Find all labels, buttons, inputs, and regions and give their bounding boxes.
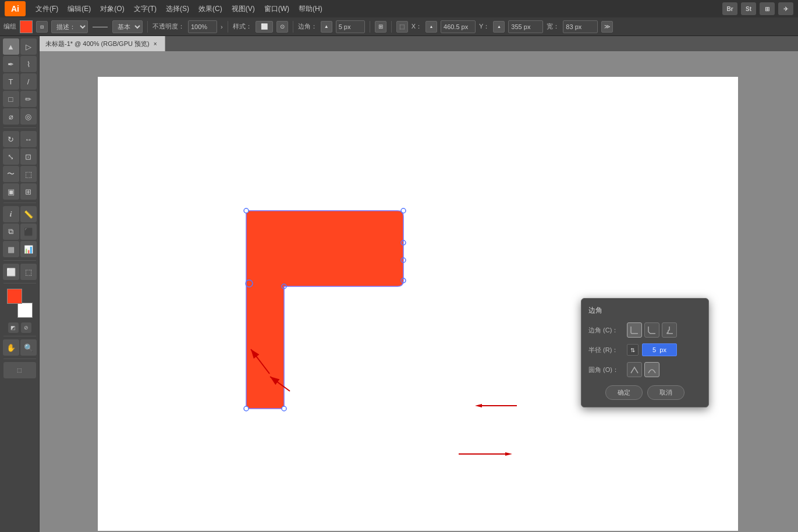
w-input[interactable] bbox=[563, 20, 598, 33]
menu-window[interactable]: 窗口(W) bbox=[260, 2, 293, 16]
blend-tool[interactable]: ⧉ bbox=[3, 224, 19, 240]
menu-view[interactable]: 视图(V) bbox=[228, 2, 259, 16]
svg-point-0 bbox=[244, 208, 249, 213]
rotate-tool[interactable]: ↻ bbox=[3, 131, 19, 147]
opacity-label: 不透明度： bbox=[152, 22, 185, 31]
round-label: 圆角 (O)： bbox=[588, 366, 623, 374]
canvas-area[interactable]: 未标题-1* @ 400% (RGB/GPU 预览) × bbox=[40, 36, 798, 532]
graph-tool[interactable]: ▦ bbox=[3, 241, 19, 257]
free-transform-tool[interactable]: ⬚ bbox=[20, 166, 37, 182]
type-tool[interactable]: T bbox=[3, 73, 19, 90]
warp-tool[interactable]: 〜 bbox=[3, 166, 19, 182]
direct-select-tool[interactable]: ▷ bbox=[20, 38, 37, 55]
ai-logo: Ai bbox=[5, 1, 26, 16]
recolor-icon[interactable]: ⊙ bbox=[276, 21, 288, 33]
round-type-2-btn[interactable] bbox=[644, 362, 659, 377]
bg-color-swatch[interactable] bbox=[17, 303, 33, 318]
corner-value-input[interactable] bbox=[336, 20, 365, 33]
menu-effect[interactable]: 效果(C) bbox=[194, 2, 226, 16]
menu-help[interactable]: 帮助(H) bbox=[295, 2, 327, 16]
gradient-tool[interactable]: ▣ bbox=[3, 183, 19, 200]
hand-tool[interactable]: ✋ bbox=[3, 339, 19, 356]
radius-label: 半径 (R)： bbox=[588, 346, 623, 354]
chamfer-corner-btn[interactable] bbox=[644, 322, 659, 338]
svg-point-2 bbox=[401, 278, 406, 283]
color-mode-btn[interactable]: ◩ bbox=[8, 322, 19, 333]
document-tab[interactable]: 未标题-1* @ 400% (RGB/GPU 预览) × bbox=[40, 36, 165, 51]
pencil-tool[interactable]: ✏ bbox=[20, 91, 37, 107]
line-tool[interactable]: / bbox=[20, 73, 37, 90]
dialog-action-row: 确定 取消 bbox=[588, 385, 701, 400]
artboard-tool[interactable]: ⬜ bbox=[3, 264, 19, 280]
inverted-corner-btn[interactable] bbox=[662, 322, 677, 338]
menu-file[interactable]: 文件(F) bbox=[31, 2, 62, 16]
tool-row-11: ⧉ ⬛ bbox=[3, 224, 37, 240]
svg-point-5 bbox=[244, 406, 249, 411]
tool-row-9: ▣ ⊞ bbox=[3, 183, 37, 200]
opacity-input[interactable] bbox=[188, 20, 217, 33]
blob-brush-tool[interactable]: ◎ bbox=[20, 108, 37, 125]
fg-color-swatch[interactable] bbox=[7, 289, 22, 304]
transform-icon[interactable]: ⊞ bbox=[375, 21, 386, 33]
toolbar-divider-6 bbox=[3, 359, 36, 359]
y-input[interactable] bbox=[508, 20, 543, 33]
scale-tool[interactable]: ⤡ bbox=[3, 148, 19, 165]
corner-type-row: 边角 (C)： bbox=[588, 322, 701, 338]
column-graph-tool[interactable]: 📊 bbox=[20, 241, 37, 257]
style-swatch[interactable]: ⬜ bbox=[256, 21, 273, 33]
dialog-cancel-btn[interactable]: 取消 bbox=[647, 385, 684, 400]
round-type-1-btn[interactable] bbox=[627, 362, 642, 377]
svg-marker-13 bbox=[475, 404, 482, 407]
menu-edit[interactable]: 编辑(E) bbox=[63, 2, 95, 16]
pen-tool[interactable]: ✒ bbox=[3, 56, 19, 72]
rectangle-tool[interactable]: □ bbox=[3, 91, 19, 107]
mesh-tool[interactable]: ⊞ bbox=[20, 183, 37, 200]
reflect-tool[interactable]: ↔ bbox=[20, 131, 37, 147]
paintbrush-tool[interactable]: ⌀ bbox=[3, 108, 19, 125]
radius-input[interactable] bbox=[642, 343, 677, 356]
x-input[interactable] bbox=[441, 20, 476, 33]
eyedropper-tool[interactable]: 𝒊 bbox=[3, 206, 19, 222]
tool-row-10: 𝒊 📏 bbox=[3, 206, 37, 222]
rounded-corner-btn[interactable] bbox=[627, 322, 642, 338]
menu-object[interactable]: 对象(O) bbox=[96, 2, 128, 16]
y-up-icon[interactable]: ▲ bbox=[493, 21, 505, 33]
bridge-icon[interactable]: Br bbox=[722, 2, 737, 15]
stroke-type-select[interactable]: 基本 bbox=[112, 20, 143, 33]
color-mode-row: ◩ ⊘ bbox=[8, 322, 31, 333]
measure-tool[interactable]: 📏 bbox=[20, 206, 37, 222]
toolbar-divider-2 bbox=[3, 203, 36, 203]
tool-row-8: 〜 ⬚ bbox=[3, 166, 37, 182]
dialog-ok-btn[interactable]: 确定 bbox=[605, 385, 643, 400]
live-paint-tool[interactable]: ⬛ bbox=[20, 224, 37, 240]
toolbar-divider-3 bbox=[3, 260, 36, 261]
dialog-title: 边角 bbox=[588, 306, 701, 315]
slice-tool[interactable]: ⬚ bbox=[20, 264, 37, 280]
divider-5 bbox=[391, 21, 392, 33]
x-up-icon[interactable]: ▲ bbox=[425, 21, 437, 33]
w-label: 宽： bbox=[547, 22, 559, 31]
stock-icon[interactable]: St bbox=[741, 2, 756, 15]
corner-up-icon[interactable]: ▲ bbox=[321, 21, 332, 33]
corner-dialog: 边角 边角 (C)： bbox=[581, 298, 709, 407]
tab-title: 未标题-1* @ 400% (RGB/GPU 预览) bbox=[45, 40, 150, 48]
fill-swatch[interactable] bbox=[20, 20, 33, 33]
curvature-tool[interactable]: ⌇ bbox=[20, 56, 37, 72]
menu-type[interactable]: 文字(T) bbox=[130, 2, 161, 16]
more-options-icon[interactable]: ≫ bbox=[601, 21, 613, 33]
none-fill-btn[interactable]: ⊘ bbox=[21, 322, 31, 333]
opacity-arrow[interactable]: › bbox=[221, 23, 223, 30]
stroke-style-select[interactable]: 描述： bbox=[51, 20, 88, 33]
edit-toolbar-btn[interactable]: ⬚ bbox=[3, 362, 36, 378]
share-icon[interactable]: ✈ bbox=[778, 2, 793, 15]
radius-spinner[interactable]: ⇅ bbox=[627, 344, 639, 356]
select-tool[interactable]: ▲ bbox=[3, 38, 19, 55]
zoom-tool[interactable]: 🔍 bbox=[20, 339, 37, 356]
grid-icon[interactable]: ⊞ bbox=[760, 2, 775, 15]
arrange-icon[interactable]: ⬚ bbox=[396, 21, 408, 33]
stroke-icon[interactable]: ⧈ bbox=[36, 21, 48, 33]
tab-close-btn[interactable]: × bbox=[152, 40, 159, 47]
tool-row-2: ✒ ⌇ bbox=[3, 56, 37, 72]
menu-select[interactable]: 选择(S) bbox=[162, 2, 193, 16]
shear-tool[interactable]: ⊡ bbox=[20, 148, 37, 165]
